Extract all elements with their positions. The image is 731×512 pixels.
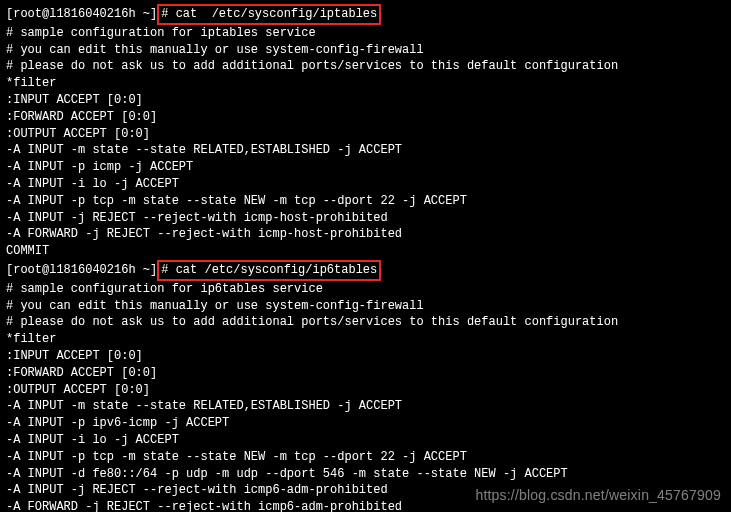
shell-prompt: [root@l1816040216h ~]: [6, 7, 157, 21]
output-line: *filter: [6, 75, 725, 92]
output-line: *filter: [6, 331, 725, 348]
output-line: # you can edit this manually or use syst…: [6, 298, 725, 315]
output-line: :FORWARD ACCEPT [0:0]: [6, 109, 725, 126]
output-line: -A FORWARD -j REJECT --reject-with icmp-…: [6, 226, 725, 243]
output-line: -A INPUT -p tcp -m state --state NEW -m …: [6, 193, 725, 210]
prompt-line-2: [root@l1816040216h ~]# cat /etc/sysconfi…: [6, 260, 725, 281]
output-line: COMMIT: [6, 243, 725, 260]
command-text: # cat /etc/sysconfig/ip6tables: [161, 263, 377, 277]
output-line: # you can edit this manually or use syst…: [6, 42, 725, 59]
output-line: -A INPUT -p ipv6-icmp -j ACCEPT: [6, 415, 725, 432]
output-line: -A INPUT -j REJECT --reject-with icmp-ho…: [6, 210, 725, 227]
output-line: # please do not ask us to add additional…: [6, 314, 725, 331]
output-line: -A INPUT -m state --state RELATED,ESTABL…: [6, 398, 725, 415]
output-line: :FORWARD ACCEPT [0:0]: [6, 365, 725, 382]
output-line: -A INPUT -i lo -j ACCEPT: [6, 432, 725, 449]
terminal-output[interactable]: [root@l1816040216h ~]# cat /etc/sysconfi…: [6, 4, 725, 512]
output-line: :INPUT ACCEPT [0:0]: [6, 92, 725, 109]
output-line: :OUTPUT ACCEPT [0:0]: [6, 126, 725, 143]
output-line: -A INPUT -i lo -j ACCEPT: [6, 176, 725, 193]
shell-prompt: [root@l1816040216h ~]: [6, 263, 157, 277]
output-line: # sample configuration for iptables serv…: [6, 25, 725, 42]
output-line: -A INPUT -m state --state RELATED,ESTABL…: [6, 142, 725, 159]
prompt-line-1: [root@l1816040216h ~]# cat /etc/sysconfi…: [6, 4, 725, 25]
output-line: -A INPUT -p icmp -j ACCEPT: [6, 159, 725, 176]
output-line: # sample configuration for ip6tables ser…: [6, 281, 725, 298]
output-line: :OUTPUT ACCEPT [0:0]: [6, 382, 725, 399]
output-line: # please do not ask us to add additional…: [6, 58, 725, 75]
output-line: :INPUT ACCEPT [0:0]: [6, 348, 725, 365]
output-line: -A INPUT -d fe80::/64 -p udp -m udp --dp…: [6, 466, 725, 483]
output-line: -A INPUT -p tcp -m state --state NEW -m …: [6, 449, 725, 466]
highlighted-command-1: # cat /etc/sysconfig/iptables: [157, 4, 381, 25]
highlighted-command-2: # cat /etc/sysconfig/ip6tables: [157, 260, 381, 281]
command-text: cat /etc/sysconfig/iptables: [168, 7, 377, 21]
watermark-text: https://blog.csdn.net/weixin_45767909: [475, 486, 721, 506]
